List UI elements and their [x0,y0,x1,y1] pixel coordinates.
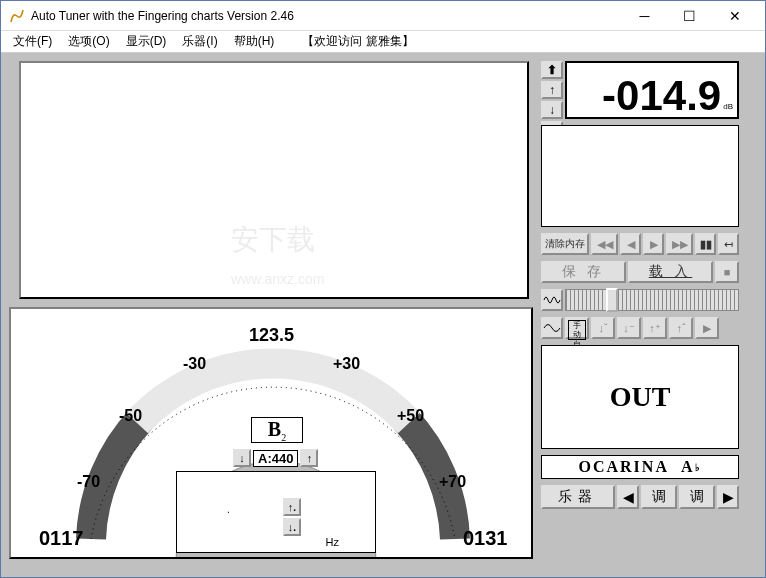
watermark: 安下载www.anxz.com [231,221,324,291]
gauge-tick-pos50: +50 [397,407,424,425]
play-button[interactable]: ▶ [695,317,719,339]
level-down-fine-button[interactable]: ↓ [541,101,563,119]
octave-up-button[interactable]: ↑ˆ [669,317,693,339]
sine-wave-icon-2 [541,317,563,339]
stop-button[interactable]: ■ [715,261,739,283]
menu-help[interactable]: 帮助(H) [226,31,283,52]
step-fwd-button[interactable]: ▶ [643,233,664,255]
level-up-coarse-button[interactable]: ⬆ [541,61,563,79]
tune-prev-button[interactable]: 调 [641,485,677,509]
instrument-select-button[interactable]: 乐器 [541,485,615,509]
menu-options[interactable]: 选项(O) [60,31,117,52]
step-back-button[interactable]: ◀ [620,233,641,255]
gauge-tick-neg70: -70 [77,473,100,491]
gauge-right-value: 0131 [463,527,508,550]
gauge-tick-neg50: -50 [119,407,142,425]
save-button[interactable]: 保 存 [541,261,626,283]
spectrum-panel: 安下载www.anxz.com [19,61,529,299]
tuning-gauge-panel: 123.5 0117 0131 -70 -50 -30 +30 +50 +70 … [9,307,533,559]
minimize-button[interactable]: ─ [622,2,667,30]
note-down-button[interactable]: ↓⁻ [617,317,641,339]
hz-box: . ↑. ↓. Hz [176,471,376,553]
close-button[interactable]: ✕ [712,2,757,30]
ffwd-button[interactable]: ▶▶ [666,233,693,255]
clear-memory-button[interactable]: 清除内存 [541,233,589,255]
gauge-tick-neg30: -30 [183,355,206,373]
level-up-fine-button[interactable]: ↑ [541,81,563,99]
load-button[interactable]: 载 入 [628,261,713,283]
window-title: Auto Tuner with the Fingering charts Ver… [31,9,622,23]
menu-welcome-link[interactable]: 【欢迎访问 篪雅集】 [298,31,417,52]
hz-up-button[interactable]: ↑. [283,498,301,516]
menu-file[interactable]: 文件(F) [5,31,60,52]
hz-unit: Hz [326,536,339,548]
rewind-button[interactable]: ◀◀ [591,233,618,255]
out-status-panel: OUT [541,345,739,449]
slider-thumb[interactable] [606,288,618,312]
gauge-top-value: 123.5 [249,325,294,346]
return-button[interactable]: ↤ [718,233,739,255]
gauge-tick-pos70: +70 [439,473,466,491]
menu-display[interactable]: 显示(D) [118,31,175,52]
pause-button[interactable]: ▮▮ [695,233,716,255]
gauge-left-value: 0117 [39,527,84,550]
maximize-button[interactable]: ☐ [667,2,712,30]
prev-button[interactable]: ◀ [617,485,639,509]
app-icon [9,8,25,24]
next-button[interactable]: ▶ [717,485,739,509]
ref-down-button[interactable]: ↓ [233,449,251,467]
waveform-panel [541,125,739,227]
pitch-slider[interactable] [565,289,739,311]
octave-down-button[interactable]: ↓ˇ [591,317,615,339]
instrument-display: OCARINA A♭ [541,455,739,479]
gauge-tick-pos30: +30 [333,355,360,373]
note-up-button[interactable]: ↑⁺ [643,317,667,339]
ref-up-button[interactable]: ↑ [300,449,318,467]
menu-instrument[interactable]: 乐器(I) [174,31,225,52]
note-display: B2 [251,417,303,443]
auto-manual-toggle[interactable]: 手 动自 动 [565,317,589,339]
reference-pitch: A:440 [253,450,298,467]
db-readout: -014.9dB [565,61,739,119]
sine-wave-icon [541,289,563,311]
tune-next-button[interactable]: 调 [679,485,715,509]
hz-down-button[interactable]: ↓. [283,518,301,536]
